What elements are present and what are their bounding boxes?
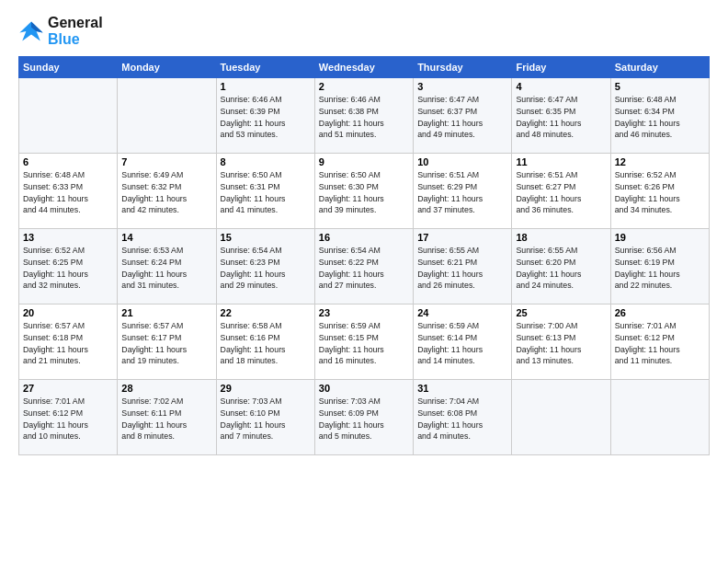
calendar-cell: 4Sunrise: 6:47 AM Sunset: 6:35 PM Daylig… bbox=[512, 78, 610, 154]
day-number: 9 bbox=[319, 156, 409, 167]
weekday-header: Wednesday bbox=[314, 57, 413, 78]
calendar-cell: 15Sunrise: 6:54 AM Sunset: 6:23 PM Dayli… bbox=[216, 229, 314, 304]
weekday-header-row: SundayMondayTuesdayWednesdayThursdayFrid… bbox=[19, 57, 710, 78]
day-number: 8 bbox=[221, 156, 311, 167]
calendar-cell: 7Sunrise: 6:49 AM Sunset: 6:32 PM Daylig… bbox=[118, 154, 216, 229]
calendar-cell: 19Sunrise: 6:56 AM Sunset: 6:19 PM Dayli… bbox=[610, 229, 709, 304]
day-info: Sunrise: 7:03 AM Sunset: 6:10 PM Dayligh… bbox=[221, 396, 311, 442]
day-number: 13 bbox=[23, 232, 113, 243]
day-number: 5 bbox=[615, 81, 705, 92]
page: General Blue SundayMondayTuesdayWednesda… bbox=[0, 0, 728, 563]
day-info: Sunrise: 6:48 AM Sunset: 6:34 PM Dayligh… bbox=[615, 94, 705, 141]
weekday-header: Friday bbox=[512, 57, 610, 78]
calendar-cell bbox=[118, 78, 216, 154]
day-info: Sunrise: 6:47 AM Sunset: 6:37 PM Dayligh… bbox=[417, 94, 507, 141]
day-info: Sunrise: 6:55 AM Sunset: 6:20 PM Dayligh… bbox=[516, 245, 606, 292]
weekday-header: Tuesday bbox=[216, 57, 314, 78]
day-number: 11 bbox=[516, 156, 606, 167]
calendar-cell: 14Sunrise: 6:53 AM Sunset: 6:24 PM Dayli… bbox=[118, 229, 216, 304]
day-number: 16 bbox=[319, 232, 409, 243]
calendar-cell: 11Sunrise: 6:51 AM Sunset: 6:27 PM Dayli… bbox=[512, 154, 610, 229]
day-number: 17 bbox=[417, 232, 507, 243]
day-info: Sunrise: 6:53 AM Sunset: 6:24 PM Dayligh… bbox=[121, 245, 211, 292]
day-number: 29 bbox=[221, 383, 311, 394]
calendar-cell: 22Sunrise: 6:58 AM Sunset: 6:16 PM Dayli… bbox=[216, 304, 314, 380]
calendar-cell: 23Sunrise: 6:59 AM Sunset: 6:15 PM Dayli… bbox=[314, 304, 413, 380]
day-number: 23 bbox=[319, 307, 409, 318]
day-info: Sunrise: 7:03 AM Sunset: 6:09 PM Dayligh… bbox=[319, 396, 409, 442]
day-info: Sunrise: 6:59 AM Sunset: 6:15 PM Dayligh… bbox=[319, 320, 409, 367]
calendar-cell: 25Sunrise: 7:00 AM Sunset: 6:13 PM Dayli… bbox=[512, 304, 610, 380]
day-number: 28 bbox=[121, 383, 211, 394]
day-number: 14 bbox=[121, 232, 211, 243]
day-number: 31 bbox=[417, 383, 507, 394]
day-number: 21 bbox=[121, 307, 211, 318]
calendar-cell: 16Sunrise: 6:54 AM Sunset: 6:22 PM Dayli… bbox=[314, 229, 413, 304]
calendar-table: SundayMondayTuesdayWednesdayThursdayFrid… bbox=[18, 56, 710, 455]
day-info: Sunrise: 6:54 AM Sunset: 6:23 PM Dayligh… bbox=[221, 245, 311, 292]
calendar-cell: 1Sunrise: 6:46 AM Sunset: 6:39 PM Daylig… bbox=[216, 78, 314, 154]
day-info: Sunrise: 6:47 AM Sunset: 6:35 PM Dayligh… bbox=[516, 94, 606, 141]
calendar-week-row: 13Sunrise: 6:52 AM Sunset: 6:25 PM Dayli… bbox=[19, 229, 710, 304]
calendar-cell: 24Sunrise: 6:59 AM Sunset: 6:14 PM Dayli… bbox=[414, 304, 512, 380]
calendar-cell: 20Sunrise: 6:57 AM Sunset: 6:18 PM Dayli… bbox=[19, 304, 118, 380]
day-info: Sunrise: 7:02 AM Sunset: 6:11 PM Dayligh… bbox=[121, 396, 211, 442]
calendar-cell: 2Sunrise: 6:46 AM Sunset: 6:38 PM Daylig… bbox=[314, 78, 413, 154]
day-number: 18 bbox=[516, 232, 606, 243]
day-number: 27 bbox=[23, 383, 113, 394]
calendar-cell: 21Sunrise: 6:57 AM Sunset: 6:17 PM Dayli… bbox=[118, 304, 216, 380]
day-number: 15 bbox=[221, 232, 311, 243]
calendar-cell: 29Sunrise: 7:03 AM Sunset: 6:10 PM Dayli… bbox=[216, 380, 314, 455]
day-number: 25 bbox=[516, 307, 606, 318]
calendar-cell bbox=[512, 380, 610, 455]
weekday-header: Thursday bbox=[414, 57, 512, 78]
calendar-cell: 30Sunrise: 7:03 AM Sunset: 6:09 PM Dayli… bbox=[314, 380, 413, 455]
day-number: 24 bbox=[417, 307, 507, 318]
header: General Blue bbox=[18, 15, 710, 47]
calendar-week-row: 6Sunrise: 6:48 AM Sunset: 6:33 PM Daylig… bbox=[19, 154, 710, 229]
day-info: Sunrise: 6:48 AM Sunset: 6:33 PM Dayligh… bbox=[23, 169, 113, 216]
day-number: 4 bbox=[516, 81, 606, 92]
day-number: 22 bbox=[221, 307, 311, 318]
calendar-cell: 13Sunrise: 6:52 AM Sunset: 6:25 PM Dayli… bbox=[19, 229, 118, 304]
calendar-cell: 18Sunrise: 6:55 AM Sunset: 6:20 PM Dayli… bbox=[512, 229, 610, 304]
day-info: Sunrise: 6:58 AM Sunset: 6:16 PM Dayligh… bbox=[221, 320, 311, 367]
calendar-cell: 10Sunrise: 6:51 AM Sunset: 6:29 PM Dayli… bbox=[414, 154, 512, 229]
day-info: Sunrise: 6:46 AM Sunset: 6:39 PM Dayligh… bbox=[221, 94, 311, 141]
weekday-header: Monday bbox=[118, 57, 216, 78]
calendar-cell bbox=[19, 78, 118, 154]
calendar-cell: 12Sunrise: 6:52 AM Sunset: 6:26 PM Dayli… bbox=[610, 154, 709, 229]
calendar-cell: 31Sunrise: 7:04 AM Sunset: 6:08 PM Dayli… bbox=[414, 380, 512, 455]
calendar-cell: 6Sunrise: 6:48 AM Sunset: 6:33 PM Daylig… bbox=[19, 154, 118, 229]
day-number: 3 bbox=[417, 81, 507, 92]
day-number: 20 bbox=[23, 307, 113, 318]
weekday-header: Sunday bbox=[19, 57, 118, 78]
day-info: Sunrise: 6:51 AM Sunset: 6:29 PM Dayligh… bbox=[417, 169, 507, 216]
day-number: 6 bbox=[23, 156, 113, 167]
calendar-cell: 17Sunrise: 6:55 AM Sunset: 6:21 PM Dayli… bbox=[414, 229, 512, 304]
day-info: Sunrise: 6:49 AM Sunset: 6:32 PM Dayligh… bbox=[121, 169, 211, 216]
day-number: 2 bbox=[319, 81, 409, 92]
day-info: Sunrise: 6:55 AM Sunset: 6:21 PM Dayligh… bbox=[417, 245, 507, 292]
calendar-week-row: 20Sunrise: 6:57 AM Sunset: 6:18 PM Dayli… bbox=[19, 304, 710, 380]
calendar-cell: 8Sunrise: 6:50 AM Sunset: 6:31 PM Daylig… bbox=[216, 154, 314, 229]
day-number: 26 bbox=[615, 307, 705, 318]
day-info: Sunrise: 6:57 AM Sunset: 6:18 PM Dayligh… bbox=[23, 320, 113, 367]
calendar-cell bbox=[610, 380, 709, 455]
day-info: Sunrise: 6:52 AM Sunset: 6:25 PM Dayligh… bbox=[23, 245, 113, 292]
day-info: Sunrise: 6:56 AM Sunset: 6:19 PM Dayligh… bbox=[615, 245, 705, 292]
calendar-cell: 28Sunrise: 7:02 AM Sunset: 6:11 PM Dayli… bbox=[118, 380, 216, 455]
day-info: Sunrise: 6:50 AM Sunset: 6:30 PM Dayligh… bbox=[319, 169, 409, 216]
calendar-cell: 26Sunrise: 7:01 AM Sunset: 6:12 PM Dayli… bbox=[610, 304, 709, 380]
logo-icon bbox=[18, 18, 44, 44]
day-number: 12 bbox=[615, 156, 705, 167]
day-info: Sunrise: 7:01 AM Sunset: 6:12 PM Dayligh… bbox=[615, 320, 705, 367]
day-info: Sunrise: 6:50 AM Sunset: 6:31 PM Dayligh… bbox=[221, 169, 311, 216]
day-info: Sunrise: 7:01 AM Sunset: 6:12 PM Dayligh… bbox=[23, 396, 113, 442]
calendar-week-row: 1Sunrise: 6:46 AM Sunset: 6:39 PM Daylig… bbox=[19, 78, 710, 154]
calendar-cell: 9Sunrise: 6:50 AM Sunset: 6:30 PM Daylig… bbox=[314, 154, 413, 229]
day-info: Sunrise: 6:52 AM Sunset: 6:26 PM Dayligh… bbox=[615, 169, 705, 216]
day-info: Sunrise: 7:04 AM Sunset: 6:08 PM Dayligh… bbox=[417, 396, 507, 442]
calendar-cell: 5Sunrise: 6:48 AM Sunset: 6:34 PM Daylig… bbox=[610, 78, 709, 154]
day-number: 19 bbox=[615, 232, 705, 243]
